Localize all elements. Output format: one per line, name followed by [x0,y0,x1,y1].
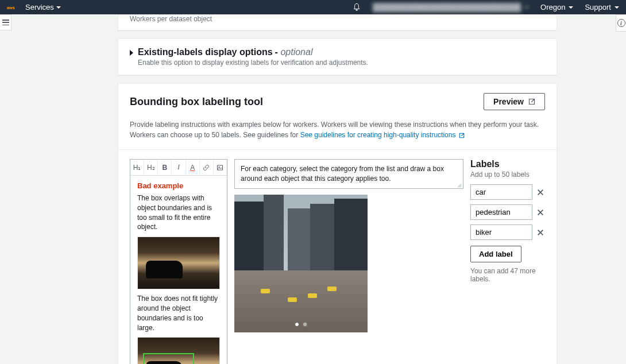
aws-logo-icon: aws [7,3,16,12]
workers-panel-tail: Workers per dataset object [118,14,557,30]
toolbar-link[interactable] [200,160,214,175]
carousel-dots [295,322,307,327]
toolbar-italic[interactable]: I [172,160,186,175]
preview-image[interactable] [234,195,368,332]
close-icon [536,229,544,237]
add-label-button[interactable]: Add label [470,246,521,262]
labels-column: Labels Add up to 50 labels [470,159,545,364]
services-label: Services [25,3,54,11]
examples-editor: H₁ H₂ B I A Bad example [130,159,227,364]
existing-labels-title: Existing-labels display options - option… [138,47,368,57]
close-icon [536,208,544,216]
carousel-dot-2[interactable] [303,322,307,327]
bad-example-heading: Bad example [137,181,220,190]
bad-example-text-2: The box does not fit tightly around the … [137,294,220,332]
example-image-2 [137,337,220,364]
label-row [470,204,545,220]
toolbar-h1[interactable]: H₁ [130,160,144,175]
external-link-icon [459,133,465,138]
editor-content[interactable]: Bad example The box overlaps with object… [130,176,227,364]
existing-labels-panel: Existing-labels display options - option… [118,38,557,75]
image-icon [217,164,223,171]
caret-down-icon [569,6,573,9]
caret-down-icon [56,6,61,9]
svg-text:aws: aws [7,5,15,10]
preview-label: Preview [493,97,524,106]
guidelines-link[interactable]: See guidelines for creating high-quality… [300,131,465,139]
labels-subtitle: Add up to 50 labels [470,171,545,179]
bbox-panel: Bounding box labeling tool Preview Provi… [118,83,557,364]
services-dropdown[interactable]: Services [25,3,61,11]
remove-label-button[interactable] [536,188,545,197]
caret-down-icon [524,6,529,9]
bell-icon[interactable] [352,3,361,12]
labels-title: Labels [470,159,545,169]
info-panel-toggle[interactable]: i [616,14,626,32]
toolbar-image[interactable] [214,160,227,175]
support-dropdown[interactable]: Support [585,3,619,11]
resize-handle[interactable] [456,181,462,187]
label-input-3[interactable] [470,224,532,240]
remove-label-button[interactable] [536,208,545,217]
carousel-dot-1[interactable] [295,322,299,327]
toolbar-bold[interactable]: B [158,160,172,175]
account-label: ████████████████████████████ [373,3,521,11]
label-input-2[interactable] [470,204,532,220]
preview-button[interactable]: Preview [484,93,545,110]
region-label: Oregon [540,3,565,11]
account-dropdown[interactable]: ████████████████████████████ [373,3,529,11]
labels-remaining: You can add 47 more labels. [470,267,545,283]
editor-toolbar: H₁ H₂ B I A [130,160,227,176]
expand-caret-icon[interactable] [130,50,133,56]
toolbar-color[interactable]: A [186,160,200,175]
caret-down-icon [615,6,619,9]
bbox-description: Provide labeling instructions with examp… [118,119,557,149]
example-image-1 [137,237,220,289]
bad-example-text-1: The box overlaps with object boundaries … [137,193,220,232]
instruction-textarea[interactable]: For each category, select the category f… [234,159,463,189]
label-row [470,184,545,200]
workers-per-object-label: Workers per dataset object [118,15,557,30]
remove-label-button[interactable] [536,228,545,237]
top-nav: aws Services ███████████████████████████… [0,0,626,14]
region-dropdown[interactable]: Oregon [540,3,573,11]
link-icon [203,164,210,171]
info-icon: i [617,19,625,27]
hamburger-icon [2,20,9,25]
support-label: Support [585,3,611,11]
existing-labels-sub: Enable this option to display existing l… [138,59,368,67]
external-link-icon [528,98,535,105]
label-input-1[interactable] [470,184,532,200]
label-row [470,224,545,240]
close-icon [536,188,544,196]
sidebar-toggle[interactable] [0,14,11,30]
aws-logo[interactable]: aws [7,3,16,12]
toolbar-h2[interactable]: H₂ [144,160,158,175]
bbox-title: Bounding box labeling tool [130,96,263,108]
